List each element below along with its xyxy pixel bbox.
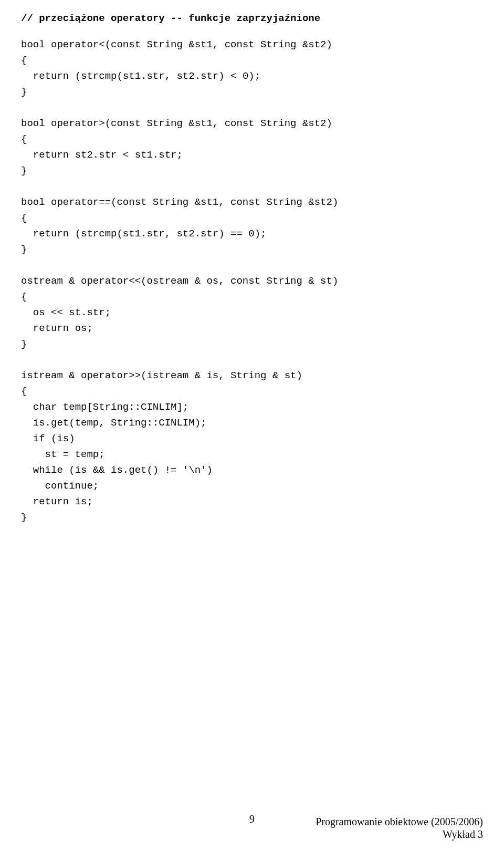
- footer-line-1: Programowanie obiektowe (2005/2006): [316, 815, 483, 828]
- section-heading: // przeciążone operatory -- funkcje zapr…: [21, 11, 483, 26]
- spacer: [21, 26, 483, 37]
- code-block: bool operator<(const String &st1, const …: [21, 37, 483, 525]
- footer-line-2: Wykład 3: [316, 828, 483, 840]
- document-page: // przeciążone operatory -- funkcje zapr…: [0, 0, 504, 526]
- footer-right: Programowanie obiektowe (2005/2006) Wykł…: [316, 815, 483, 840]
- page-number: 9: [249, 811, 255, 828]
